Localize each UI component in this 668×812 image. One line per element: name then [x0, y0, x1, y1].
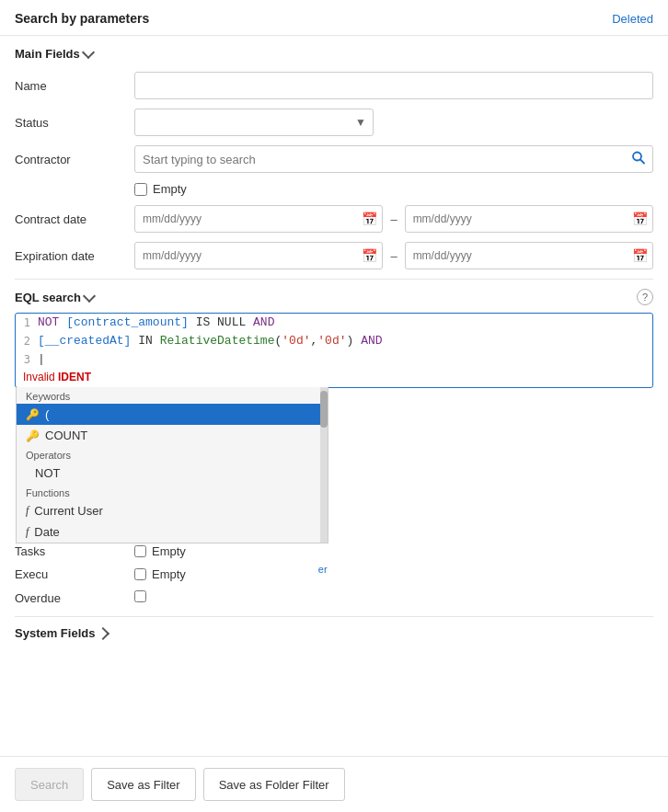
autocomplete-scroll-thumb	[320, 391, 328, 428]
tasks-control: Empty	[134, 544, 653, 558]
eql-token-and-2: AND	[361, 334, 382, 348]
eql-title[interactable]: EQL search	[15, 291, 94, 304]
autocomplete-section-operators: Operators	[17, 446, 328, 463]
autocomplete-item-count[interactable]: 🔑 COUNT	[17, 425, 328, 446]
system-fields-header[interactable]: System Fields	[15, 626, 653, 640]
eql-token-not: NOT	[38, 315, 66, 329]
save-folder-filter-button[interactable]: Save as Folder Filter	[203, 768, 345, 801]
search-button[interactable]: Search	[15, 768, 84, 801]
autocomplete-item-date-icon: f	[26, 525, 29, 539]
eql-token-string-0d-1: '0d'	[282, 334, 310, 348]
tasks-empty-row: Empty	[134, 544, 186, 558]
autocomplete-item-count-icon: 🔑	[26, 429, 40, 442]
contractor-empty-checkbox[interactable]	[134, 183, 147, 196]
eql-line-number-1: 1	[16, 314, 38, 332]
eql-line-1: 1 NOT [contract_amount] IS NULL AND	[16, 314, 652, 332]
execution-empty-label: Empty	[152, 567, 186, 581]
eql-token-and-1: AND	[253, 315, 274, 329]
execution-empty-checkbox[interactable]	[134, 568, 146, 580]
autocomplete-item-paren[interactable]: 🔑 (	[17, 404, 328, 425]
eql-token-string-0d-2: '0d'	[317, 334, 346, 348]
overdue-control	[134, 590, 146, 605]
autocomplete-item-date-label: Date	[34, 525, 59, 539]
main-fields-header[interactable]: Main Fields	[15, 47, 653, 61]
overdue-label: Overdue	[15, 591, 134, 605]
page-title: Search by parameters	[15, 11, 149, 26]
execution-control: Empty	[134, 567, 653, 581]
eql-token-relative-datetime: RelativeDatetime	[160, 334, 275, 348]
main-fields-chevron-down-icon	[82, 46, 95, 59]
eql-error-ident: IDENT	[58, 371, 91, 383]
autocomplete-item-paren-label: (	[45, 407, 49, 421]
expiration-date-field-row: Expiration date 📅 – 📅	[15, 242, 653, 269]
expiration-date-separator: –	[390, 249, 397, 263]
autocomplete-section-functions: Functions	[17, 484, 328, 500]
contract-date-to-input[interactable]	[405, 205, 653, 233]
expiration-date-from-wrapper: 📅	[134, 242, 383, 269]
contractor-search-wrapper	[134, 145, 653, 173]
tasks-empty-checkbox[interactable]	[134, 545, 146, 557]
eql-lines[interactable]: 1 NOT [contract_amount] IS NULL AND 2 [_…	[16, 314, 652, 369]
eql-header: EQL search ?	[15, 289, 653, 305]
autocomplete-dropdown: Keywords 🔑 ( 🔑 COUNT Operators NOT Funct…	[16, 387, 328, 543]
expiration-date-to-wrapper: 📅	[405, 242, 653, 269]
contract-date-from-input[interactable]	[134, 205, 383, 233]
svg-line-1	[640, 160, 644, 164]
name-input[interactable]	[134, 72, 653, 99]
contractor-control	[134, 145, 653, 173]
contract-date-range: 📅 – 📅	[134, 205, 653, 233]
name-control	[134, 72, 653, 99]
eql-token-in: IN	[131, 334, 159, 348]
page-header: Search by parameters Deleted	[0, 0, 668, 36]
eql-line-number-2: 2	[16, 332, 38, 350]
status-select[interactable]	[134, 109, 374, 136]
eql-token-created-at: [__createdAt]	[38, 334, 131, 348]
contract-date-to-calendar-icon[interactable]: 📅	[632, 212, 648, 226]
autocomplete-scrollbar[interactable]	[320, 387, 328, 543]
status-select-wrapper: ▼	[134, 109, 374, 136]
tasks-field-row: Tasks Empty	[15, 544, 653, 558]
status-label: Status	[15, 116, 134, 130]
contractor-search-icon[interactable]	[631, 151, 646, 168]
contract-date-to-wrapper: 📅	[405, 205, 653, 233]
contract-date-separator: –	[390, 212, 397, 226]
contract-date-field-row: Contract date 📅 – 📅	[15, 205, 653, 233]
eql-line-content-1: NOT [contract_amount] IS NULL AND	[38, 314, 652, 332]
autocomplete-item-current-user[interactable]: f Current User	[17, 500, 328, 521]
contractor-empty-label: Empty	[153, 182, 187, 196]
divider-2	[15, 616, 653, 617]
status-control: ▼	[134, 109, 653, 136]
eql-line-content-3[interactable]: |	[38, 350, 652, 369]
contractor-label: Contractor	[15, 153, 134, 166]
expiration-date-control: 📅 – 📅	[134, 242, 653, 269]
status-field-row: Status ▼	[15, 109, 653, 136]
overdue-checkbox[interactable]	[134, 590, 146, 602]
eql-error-text: Invalid	[23, 371, 58, 383]
expiration-date-from-input[interactable]	[134, 242, 383, 269]
contractor-field-row: Contractor	[15, 145, 653, 173]
footer: Search Save as Filter Save as Folder Fil…	[0, 756, 668, 812]
autocomplete-item-paren-icon: 🔑	[26, 408, 40, 421]
eql-cursor: |	[38, 350, 45, 369]
eql-error: Invalid IDENT	[16, 369, 652, 387]
expiration-date-to-input[interactable]	[405, 242, 653, 269]
eql-editor-wrapper: 1 NOT [contract_amount] IS NULL AND 2 [_…	[15, 313, 653, 388]
page-container: Search by parameters Deleted Main Fields…	[0, 0, 668, 812]
eql-line-number-3: 3	[16, 350, 38, 369]
eql-help-icon[interactable]: ?	[637, 289, 653, 305]
tasks-label: Tasks	[15, 544, 134, 558]
autocomplete-section-keywords: Keywords	[17, 387, 328, 404]
save-filter-button[interactable]: Save as Filter	[91, 768, 195, 801]
name-field-row: Name	[15, 72, 653, 99]
tasks-section: Tasks Empty Execu er Empty	[15, 544, 653, 640]
expiration-date-from-calendar-icon[interactable]: 📅	[362, 248, 377, 263]
autocomplete-item-not[interactable]: NOT	[17, 463, 328, 484]
expiration-date-to-calendar-icon[interactable]: 📅	[632, 248, 648, 263]
eql-token-contract-amount: [contract_amount]	[66, 315, 189, 329]
tasks-empty-label: Empty	[152, 544, 186, 558]
contract-date-from-calendar-icon[interactable]: 📅	[362, 212, 377, 226]
contractor-search-input[interactable]	[134, 145, 653, 173]
autocomplete-item-date[interactable]: f Date	[17, 521, 328, 543]
autocomplete-item-not-label: NOT	[31, 466, 60, 480]
contractor-empty-row: Empty	[134, 182, 653, 196]
